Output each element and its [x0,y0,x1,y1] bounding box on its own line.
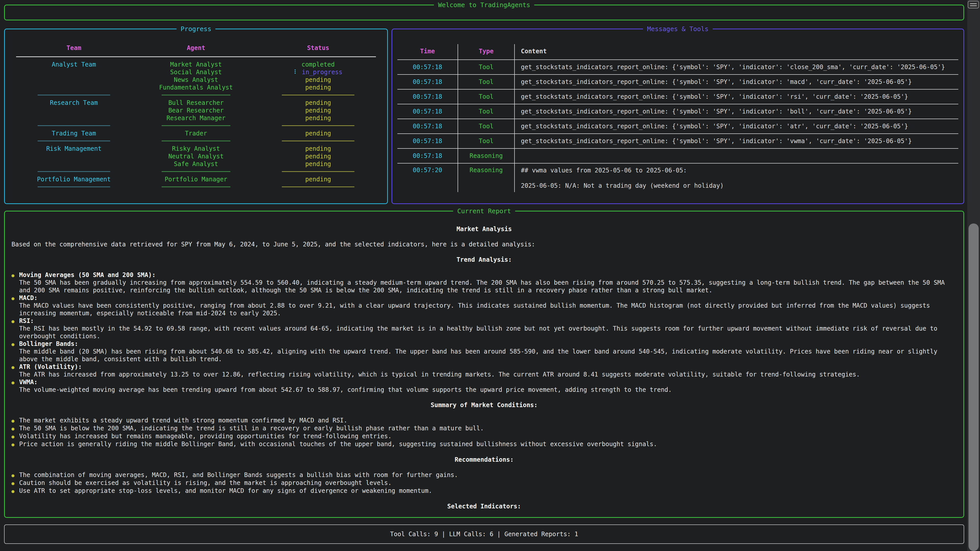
bullet-icon [11,479,19,487]
scrollbar-thumb[interactable] [969,224,979,551]
report-section-heading: Recommendations: [11,456,957,464]
agent-cell: Bull Researcher [137,99,255,106]
menu-icon[interactable] [968,1,979,8]
separator-line [38,125,110,126]
message-type: Reasoning [458,164,515,192]
message-row: 00:57:18Toolget_stockstats_indicators_re… [397,134,958,149]
progress-row: Portfolio ManagementPortfolio Managerpen… [11,176,381,183]
stats-text: Tool Calls: 9 | LLM Calls: 6 | Generated… [390,530,578,538]
report-panel-title: Current Report [453,207,515,215]
report-section-heading: Selected Indicators: [11,503,957,510]
bullet-body: The middle band (20 SMA) has been rising… [19,348,957,363]
agent-cell: Safe Analyst [137,160,255,168]
message-content: get_stockstats_indicators_report_online:… [515,60,958,74]
welcome-panel: Welcome to TradingAgents [4,5,964,21]
message-content: get_stockstats_indicators_report_online:… [515,75,958,89]
progress-panel-title: Progress [177,25,215,33]
bullet-icon [11,432,19,440]
bullet-icon [11,416,19,424]
message-time: 00:57:18 [397,60,458,74]
message-content: get_stockstats_indicators_report_online:… [515,89,958,104]
team-cell: Portfolio Management [11,176,137,183]
agent-cell: Risky Analyst [137,145,255,152]
team-separator [11,122,381,130]
report-bullet: Moving Averages (50 SMA and 200 SMA):The… [11,271,957,294]
message-time: 00:57:20 [397,164,458,192]
messages-panel: Messages & Tools Time Type Content 00:57… [391,29,964,204]
separator-line [282,141,355,141]
report-section-heading: Summary of Market Conditions: [11,401,957,409]
team-cell [11,84,137,91]
separator-line [282,125,355,126]
status-cell: pending [255,114,381,122]
agent-cell: Portfolio Manager [137,176,255,183]
progress-row: Analyst TeamMarket Analystcompleted [11,61,381,68]
separator-line [38,171,110,172]
bullet-content: Price action is generally riding the mid… [19,440,957,448]
report-bullet: VWMA:The volume-weighted moving average … [11,378,957,394]
bullet-content: The combination of moving averages, MACD… [19,471,957,479]
messages-col-content: Content [515,44,958,59]
report-bullet: RSI:The RSI has been mostly in the 54.92… [11,317,957,340]
bullet-icon [11,294,19,317]
bullet-title: RSI: [19,317,957,325]
team-cell [11,68,137,76]
stats-bar: Tool Calls: 9 | LLM Calls: 6 | Generated… [4,524,964,544]
team-separator [11,183,381,191]
message-content-text: get_stockstats_indicators_report_online:… [521,78,912,86]
messages-table-header: Time Type Content [397,44,958,60]
separator-line [282,95,355,95]
separator-cell [255,168,381,176]
progress-table: Team Agent Status Analyst TeamMarket Ana… [11,44,381,191]
bullet-content: Use ATR to set appropriate stop-loss lev… [19,487,957,495]
messages-col-time: Time [397,44,458,59]
bullet-icon [11,471,19,479]
spinner-icon: ⠇ [294,68,298,76]
bullet-list: The combination of moving averages, MACD… [11,471,957,495]
progress-row: Research Managerpending [11,114,381,122]
message-content-line: 2025-06-05: N/A: Not a trading day (week… [521,182,958,189]
bullet-title: VWMA: [19,378,957,386]
team-cell: Risk Management [11,145,137,152]
separator-line [38,186,110,187]
message-content: get_stockstats_indicators_report_online:… [515,134,958,148]
separator-cell [11,183,137,191]
bullet-icon [11,271,19,294]
message-row: 00:57:18Toolget_stockstats_indicators_re… [397,75,958,89]
bullet-content: The market exhibits a steady upward tren… [19,416,957,424]
separator-line [38,95,110,95]
message-row: 00:57:18Toolget_stockstats_indicators_re… [397,104,958,119]
message-content: get_stockstats_indicators_report_online:… [515,104,958,119]
team-separator [11,168,381,176]
team-cell: Analyst Team [11,61,137,68]
status-cell: completed [255,61,381,68]
report-bullet: The market exhibits a steady upward tren… [11,416,957,424]
status-text: pending [305,145,331,152]
status-cell: pending [255,152,381,160]
message-time: 00:57:18 [397,134,458,148]
report-bullet: The combination of moving averages, MACD… [11,471,957,479]
bullet-list: The market exhibits a steady upward tren… [11,416,957,448]
bullet-body: The 50 SMA has been gradually increasing… [19,279,957,294]
agent-cell: News Analyst [137,76,255,84]
separator-cell [11,91,137,99]
message-type: Tool [458,119,515,133]
bullet-icon [11,440,19,448]
status-cell: pending [255,176,381,183]
team-separator [11,91,381,99]
message-type: Tool [458,104,515,119]
bullet-content: ATR (Volatility):The ATR has increased f… [19,363,957,378]
status-text: pending [305,176,331,183]
separator-line [162,186,230,187]
progress-row: Bear Researcherpending [11,106,381,114]
bullet-body: The market exhibits a steady upward tren… [19,416,957,424]
message-content [515,149,958,163]
bullet-body: Volatility has increased but remains man… [19,432,957,440]
message-row: 00:57:18Toolget_stockstats_indicators_re… [397,119,958,134]
report-bullet: ATR (Volatility):The ATR has increased f… [11,363,957,378]
separator-cell [137,137,255,145]
team-cell: Trading Team [11,130,137,137]
bullet-body: Caution should be exercised as volatilit… [19,479,957,487]
separator-line [162,171,230,172]
report-bullet: Use ATR to set appropriate stop-loss lev… [11,487,957,495]
